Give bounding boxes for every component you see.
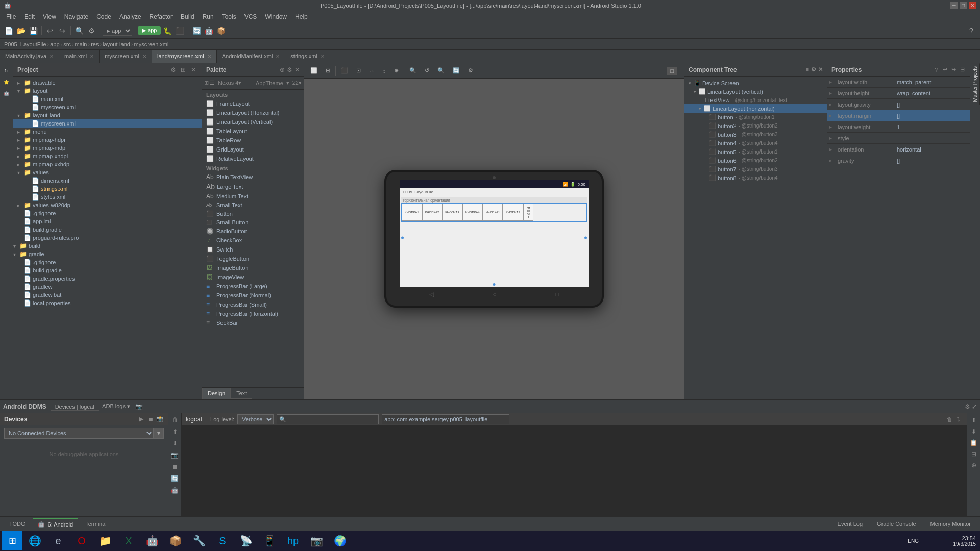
tab-land-myscreen[interactable]: land/myscreen.xml ✕ — [152, 50, 217, 63]
prop-layout-gravity[interactable]: ▸ layout:gravity [] — [827, 99, 970, 110]
ddms-tab-adb-logs[interactable]: ADB logs ▾ — [102, 403, 130, 410]
palette-seekbar[interactable]: ≡SeekBar — [202, 318, 304, 328]
ct-button8[interactable]: ⬛ button8 - @string/button4 — [684, 173, 827, 182]
ddms-device-btn1[interactable]: ▶ — [137, 415, 145, 423]
tab-mainactivity[interactable]: MainActivity.java ✕ — [0, 50, 59, 63]
palette-small-text[interactable]: AbSmall Text — [202, 201, 304, 209]
design-toolbar-btn4[interactable]: ⊡ — [353, 66, 364, 75]
tree-strings[interactable]: 📄strings.xml — [13, 185, 202, 193]
design-zoom-in[interactable]: 🔍 — [434, 66, 448, 75]
prop-gravity[interactable]: ▸ gravity [] — [827, 155, 970, 166]
taskbar-browser[interactable]: 🌍 — [329, 531, 351, 550]
ddms-device-btn2[interactable]: ⏹ — [146, 415, 155, 423]
ddms-icon-stop[interactable]: ⏹ — [170, 462, 180, 472]
taskbar-unknown2[interactable]: 🔧 — [188, 531, 210, 550]
design-toolbar-btn5[interactable]: ↔ — [366, 67, 378, 75]
app-button-3[interactable]: КНОПКА3 — [442, 204, 462, 221]
handle-bottom[interactable] — [493, 283, 496, 286]
ddms-expand-icon[interactable]: ⤢ — [972, 403, 977, 410]
toolbar-search-btn[interactable]: 🔍 — [74, 25, 85, 36]
toolbar-save-btn[interactable]: 💾 — [28, 25, 39, 36]
tree-gradle[interactable]: ▾📁gradle — [13, 250, 202, 258]
master-projects-tab[interactable]: Master Projects — [971, 63, 980, 105]
palette-tablelayout[interactable]: ⬜TableLayout — [202, 127, 304, 136]
project-gear-icon[interactable]: ⚙ — [169, 66, 177, 74]
taskbar-app1[interactable]: 📱 — [258, 531, 281, 550]
palette-imageview[interactable]: 🖼ImageView — [202, 272, 304, 282]
tree-main-xml[interactable]: 📄main.xml — [13, 95, 202, 103]
menu-view[interactable]: View — [39, 12, 60, 21]
palette-settings-icon[interactable]: ⚙ — [287, 66, 292, 73]
stop-button[interactable]: ⬛ — [174, 25, 185, 36]
palette-switch[interactable]: 🔲Switch — [202, 245, 304, 254]
start-button[interactable]: ⊞ — [2, 531, 22, 550]
tree-myscreen-xml[interactable]: 📄myscreen.xml — [13, 103, 202, 111]
breadcrumb-item-res[interactable]: res — [91, 41, 99, 47]
btab-event-log[interactable]: Event Log — [832, 519, 868, 529]
palette-close-icon[interactable]: ✕ — [295, 66, 300, 73]
toolbar-sdk-btn[interactable]: 📦 — [215, 25, 227, 36]
close-androidmanifest-icon[interactable]: ✕ — [276, 54, 280, 59]
ct-button2[interactable]: ⬛ button2 - @string/button2 — [684, 121, 827, 130]
palette-progressbar-normal[interactable]: ≡ProgressBar (Normal) — [202, 291, 304, 300]
tree-gitignore2[interactable]: 📄.gitignore — [13, 258, 202, 266]
ddms-icon-trash[interactable]: 🗑 — [170, 415, 180, 425]
palette-togglebutton[interactable]: ⬛ToggleButton — [202, 254, 304, 263]
ct-icon-settings[interactable]: ⚙ — [811, 66, 816, 73]
sidebar-android-icon[interactable]: 🤖 — [1, 88, 12, 99]
ct-button1[interactable]: ⬛ button - @string/button1 — [684, 113, 827, 121]
breadcrumb-item-main[interactable]: main — [75, 41, 87, 47]
logcat-icon-scroll[interactable]: ⤵ — [954, 415, 963, 423]
tree-drawable[interactable]: ▸📁drawable — [13, 79, 202, 87]
menu-analyze[interactable]: Analyze — [115, 12, 145, 21]
toolbar-settings-btn[interactable]: ⚙ — [86, 25, 97, 36]
debug-button[interactable]: 🐛 — [162, 25, 173, 36]
palette-large-text[interactable]: AbLarge Text — [202, 182, 304, 192]
menu-edit[interactable]: Edit — [20, 12, 39, 21]
tree-mipmap-xhdpi[interactable]: ▸📁mipmap-xhdpi — [13, 152, 202, 160]
app-button-6[interactable]: КНОПКА2 — [503, 204, 523, 221]
design-tab-design[interactable]: Design — [202, 388, 231, 399]
app-button-2[interactable]: КНОПКА2 — [422, 204, 443, 221]
palette-small-button[interactable]: ⬛Small Button — [202, 218, 304, 227]
taskbar-excel[interactable]: X — [117, 531, 140, 550]
props-undo-icon[interactable]: ↩ — [941, 66, 948, 73]
nav-home-icon[interactable]: ○ — [493, 291, 496, 298]
ct-icon-sort[interactable]: ≡ — [806, 66, 809, 73]
taskbar-skype[interactable]: S — [211, 531, 234, 550]
log-search-input[interactable] — [277, 414, 379, 424]
tree-gradle-props[interactable]: 📄gradle.properties — [13, 274, 202, 283]
ct-device-screen[interactable]: ▾ 📱 Device Screen — [684, 79, 827, 87]
design-toolbar-btn7[interactable]: ⊕ — [391, 66, 402, 75]
ct-textview[interactable]: T textView - @string/horizontal_text — [684, 96, 827, 104]
close-strings-xml-icon[interactable]: ✕ — [321, 54, 325, 59]
close-button[interactable]: ✕ — [969, 2, 976, 9]
prop-layout-margin[interactable]: ▸ layout:margin [] — [827, 110, 970, 121]
tab-main-xml[interactable]: main.xml ✕ — [59, 50, 100, 63]
project-layout-icon[interactable]: ⊞ — [179, 66, 187, 74]
ddms-icon-android[interactable]: 🤖 — [170, 485, 180, 495]
nav-recent-icon[interactable]: □ — [555, 291, 559, 298]
taskbar-camera[interactable]: 📷 — [305, 531, 328, 550]
design-zoom-reset[interactable]: ↺ — [422, 66, 432, 75]
menu-tools[interactable]: Tools — [218, 12, 240, 21]
app-button-1[interactable]: КНОПКА1 — [402, 204, 422, 221]
close-main-xml-icon[interactable]: ✕ — [90, 54, 94, 59]
menu-build[interactable]: Build — [177, 12, 199, 21]
tree-land-myscreen[interactable]: 📄myscreen.xml — [13, 119, 202, 128]
tree-build-gradle2[interactable]: 📄build.gradle — [13, 266, 202, 274]
logcat-icon-clear[interactable]: 🗑 — [945, 415, 953, 423]
palette-relativelayout[interactable]: ⬜RelativeLayout — [202, 154, 304, 163]
palette-linearlayout-v[interactable]: ⬜LinearLayout (Vertical) — [202, 117, 304, 127]
menu-run[interactable]: Run — [199, 12, 218, 21]
ct-button5[interactable]: ⬛ button5 - @string/button1 — [684, 147, 827, 156]
device-dropdown[interactable]: No Connected Devices — [4, 428, 154, 439]
palette-tablerow[interactable]: ⬜TableRow — [202, 136, 304, 145]
toolbar-new-btn[interactable]: 📄 — [3, 25, 14, 36]
logcat-side-icon-4[interactable]: ⊟ — [969, 449, 979, 459]
prop-orientation[interactable]: ▸ orientation horizontal — [827, 144, 970, 155]
sidebar-fav-icon[interactable]: ⭐ — [1, 77, 12, 88]
app-module-selector[interactable]: ▸ app — [103, 26, 132, 36]
menu-refactor[interactable]: Refactor — [145, 12, 177, 21]
tree-build[interactable]: ▾📁build — [13, 242, 202, 250]
